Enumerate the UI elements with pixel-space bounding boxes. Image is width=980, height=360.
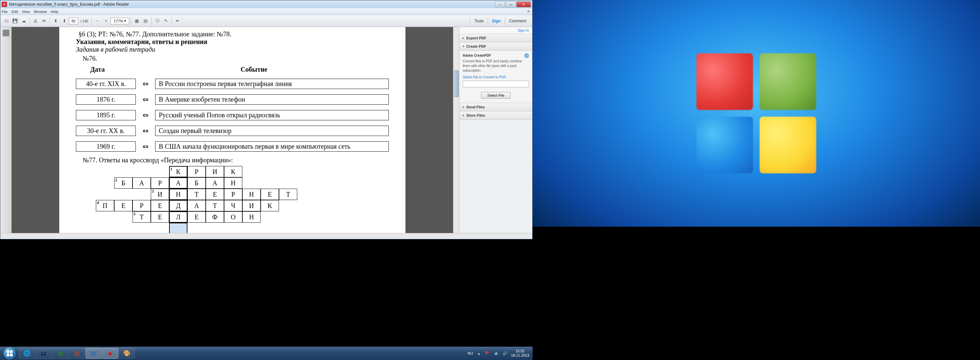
arrow-icon: ⇔ [142,95,148,104]
system-tray[interactable]: RU ▴ 🚩 🖧 🔊 15:52 18.11.2013 [465,349,532,358]
crossword-cell: А [169,178,188,189]
zoom-select[interactable]: 177% ▾ [110,18,129,24]
crossword-cell [169,222,188,233]
select-file-input[interactable] [463,81,529,87]
zoom-out-icon[interactable]: − [93,17,101,25]
text-line: §6 (3); РТ: №76, №77. Дополнительное зад… [78,30,389,38]
taskbar[interactable]: 🌐 🗂 ▦ ▧ W ◆ 🎨 RU ▴ 🚩 🖧 🔊 15:52 18.11.201… [0,347,533,360]
date-event-row: 40-е гг. XIX в.⇔В России построена перва… [76,78,389,89]
svg-rect-3 [10,354,13,356]
taskbar-powerpoint[interactable]: ▧ [69,348,85,359]
accordion-export[interactable]: Export PDF [460,34,532,42]
start-button[interactable] [1,347,19,360]
minimize-button[interactable]: ─ [495,2,505,7]
taskbar-excel[interactable]: ▦ [52,348,68,359]
network-icon[interactable]: 🖧 [494,350,499,356]
taskbar-chrome[interactable]: 🌐 [19,348,35,359]
volume-icon[interactable]: 🔊 [502,350,508,356]
crossword-cell: Б2 [114,178,132,189]
crossword-cell: К [261,200,279,211]
crossword-cell: Н [224,178,242,189]
crossword-cell: Е [151,200,169,211]
lang-indicator[interactable]: RU [468,351,473,355]
maximize-button[interactable]: ▭ [506,2,515,7]
menu-help[interactable]: Help [51,10,58,14]
select-file-button[interactable]: Select File [481,92,511,99]
svg-rect-2 [7,354,9,356]
crossword-cell: О [224,211,242,222]
crossword-cell: П4 [96,200,114,211]
windows-logo [696,53,816,173]
taskbar-paint[interactable]: 🎨 [119,348,135,359]
scroll-thumb[interactable] [454,70,459,97]
arrow-icon: ⇔ [142,142,148,151]
tools-tab[interactable]: Tools [470,17,488,25]
window-title: Методическое пособие_5 класс_fgos_Босова… [9,2,129,7]
crossword-cell: И3 [151,189,169,200]
save-icon[interactable]: 💾 [11,17,19,25]
cloud-icon[interactable]: ☁ [20,17,28,25]
comment-tab[interactable]: Comment [504,17,530,25]
crossword-cell: Т [188,189,206,200]
menu-edit[interactable]: Edit [12,10,18,14]
highlight-icon[interactable]: ✎ [162,17,170,25]
task-number: №76. [83,55,389,62]
document-viewport[interactable]: §6 (3); РТ: №76, №77. Дополнительное зад… [12,27,453,233]
crossword: К1РИКБ2АРАБАНИ3НТЕРНЕТП4ЕРЕДАТЧИКТ5ЕЛЕФО… [96,166,389,233]
accordion-create[interactable]: Create PDF [460,42,532,51]
date-box: 1969 г. [76,141,136,152]
comment-icon[interactable]: 🗨 [153,17,161,25]
crossword-cell: Т [279,189,297,200]
tool2-icon[interactable]: ▤ [142,17,150,25]
col-event: Событие [119,66,389,73]
event-box: Русский ученый Попов открыл радиосвязь [155,110,389,120]
adobe-reader-window: A Методическое пособие_5 класс_fgos_Босо… [0,0,533,239]
sign-tab[interactable]: Sign [488,17,504,25]
page-total: / 146 [80,19,88,23]
sign-in-link[interactable]: Sign In [460,27,532,34]
print-icon[interactable]: 🖨 [31,17,39,25]
page-up-icon[interactable]: ⬆ [52,17,60,25]
clock[interactable]: 15:52 18.11.2013 [511,349,529,358]
svg-rect-0 [7,350,9,353]
titlebar[interactable]: A Методическое пособие_5 класс_fgos_Босо… [0,0,532,8]
help-icon[interactable]: ? [524,53,529,58]
vertical-scrollbar[interactable] [453,27,459,233]
page-number-input[interactable] [69,18,78,24]
tool-icon[interactable]: ▦ [133,17,141,25]
mail-icon[interactable]: ✉ [40,17,48,25]
accordion-store[interactable]: Store Files [460,111,532,120]
crossword-cell: Е [114,200,132,211]
menu-view[interactable]: View [22,10,30,14]
crossword-cell: Д [169,200,188,211]
crossword-cell: Б [188,178,206,189]
zoom-in-icon[interactable]: + [102,17,110,25]
horizontal-scrollbar[interactable] [0,233,532,239]
taskbar-explorer[interactable]: 🗂 [36,348,52,359]
date-box: 40-е гг. XIX в. [76,78,136,89]
thumbnails-icon[interactable] [3,30,9,36]
tray-up-icon[interactable]: ▴ [476,350,482,356]
taskbar-word[interactable]: W [86,348,102,359]
menu-file[interactable]: File [2,10,8,14]
date-box: 1876 г. [76,94,136,105]
left-sidestrip [0,27,12,233]
event-box: В Америке изобретен телефон [155,94,389,105]
crossword-cell: Н [242,189,261,200]
accordion-send[interactable]: Send Files [460,103,532,111]
desktop-wallpaper [533,0,980,227]
open-icon[interactable]: 🗀 [2,17,10,25]
col-date: Дата [76,66,119,73]
signature-icon[interactable]: ✒ [173,17,181,25]
flag-icon[interactable]: 🚩 [485,350,490,356]
crossword-cell: Н [169,189,188,200]
close-button[interactable]: ✕ [516,2,531,7]
crossword-cell: Т5 [132,211,151,222]
crossword-cell: Р [132,200,151,211]
taskbar-reader[interactable]: ◆ [102,348,118,359]
page-down-icon[interactable]: ⬇ [60,17,68,25]
crossword-cell: Е [261,189,279,200]
menu-window[interactable]: Window [33,10,46,14]
crossword-cell: А [132,178,151,189]
menubar-close-doc[interactable]: ✕ [526,9,531,14]
